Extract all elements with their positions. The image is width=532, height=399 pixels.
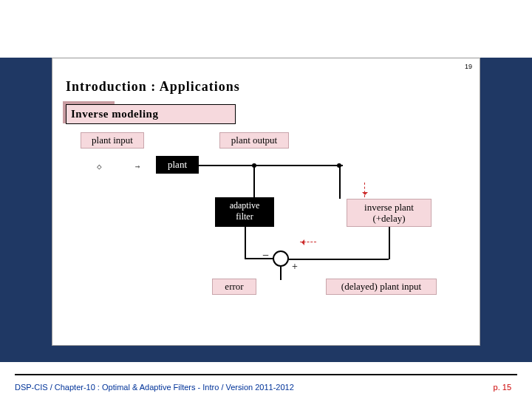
adaptive-l2: filter (236, 211, 253, 222)
footer: DSP-CIS / Chapter-10 : Optimal & Adaptiv… (0, 375, 532, 399)
input-symbol: ◇ (97, 162, 102, 171)
wire (339, 165, 341, 199)
wire (389, 227, 390, 259)
wire (245, 227, 246, 258)
inverse-l1: inverse plant (364, 202, 414, 213)
label-plant-input: plant input (81, 132, 144, 149)
wire (245, 258, 274, 259)
page-corner-number: 19 (465, 63, 472, 70)
dashed-arrow-icon (300, 242, 316, 242)
adaptive-l1: adaptive (230, 200, 260, 211)
slide-body: 19 Introduction : Applications Inverse m… (52, 58, 480, 346)
footer-left-text: DSP-CIS / Chapter-10 : Optimal & Adaptiv… (15, 383, 294, 392)
footer-page-number: p. 15 (494, 383, 511, 392)
dashed-arrow-icon (364, 183, 365, 197)
block-adaptive-filter: adaptive filter (215, 197, 274, 227)
label-plant-output: plant output (219, 132, 289, 149)
inverse-l2: (+delay) (372, 213, 405, 224)
block-plant: plant (156, 156, 199, 174)
header-bg (0, 0, 532, 58)
label-delayed-plant-input: (delayed) plant input (326, 279, 437, 295)
subsection-box: Inverse modeling (66, 104, 236, 124)
wire (289, 259, 389, 260)
label-error: error (212, 279, 256, 295)
wire (253, 165, 255, 197)
summing-junction (273, 250, 289, 267)
arrow-symbol: → (135, 162, 140, 171)
minus-sign: − (262, 249, 269, 262)
section-heading: Introduction : Applications (66, 79, 240, 95)
plus-sign: + (292, 261, 298, 273)
wire (254, 165, 343, 166)
block-inverse-plant: inverse plant (+delay) (347, 199, 432, 227)
wire (280, 267, 282, 280)
wire (199, 165, 254, 166)
